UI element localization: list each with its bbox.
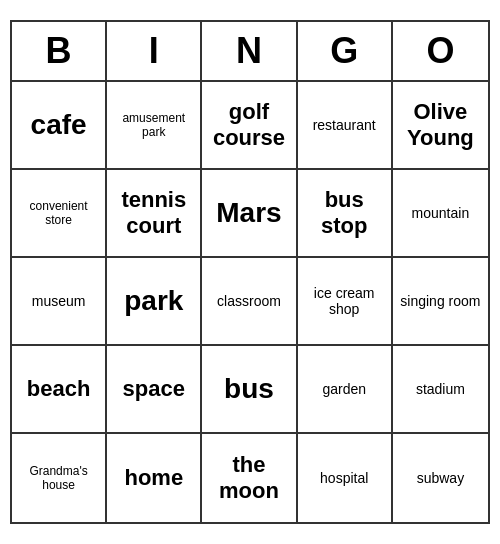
cell-r2-c0: museum xyxy=(12,258,107,346)
bingo-header: BINGO xyxy=(12,22,488,82)
cell-r0-c2: golf course xyxy=(202,82,297,170)
header-letter: B xyxy=(12,22,107,80)
header-letter: G xyxy=(298,22,393,80)
cell-r2-c2: classroom xyxy=(202,258,297,346)
cell-r0-c3: restaurant xyxy=(298,82,393,170)
cell-r3-c3: garden xyxy=(298,346,393,434)
cell-r2-c4: singing room xyxy=(393,258,488,346)
cell-r3-c4: stadium xyxy=(393,346,488,434)
cell-r3-c2: bus xyxy=(202,346,297,434)
cell-r2-c1: park xyxy=(107,258,202,346)
cell-r4-c0: Grandma's house xyxy=(12,434,107,522)
cell-r1-c2: Mars xyxy=(202,170,297,258)
cell-r0-c1: amusement park xyxy=(107,82,202,170)
cell-r0-c0: cafe xyxy=(12,82,107,170)
header-letter: N xyxy=(202,22,297,80)
cell-r1-c3: bus stop xyxy=(298,170,393,258)
cell-r4-c1: home xyxy=(107,434,202,522)
cell-r4-c3: hospital xyxy=(298,434,393,522)
cell-r1-c1: tennis court xyxy=(107,170,202,258)
cell-r0-c4: Olive Young xyxy=(393,82,488,170)
bingo-card: BINGO cafeamusement parkgolf courseresta… xyxy=(10,20,490,524)
cell-r2-c3: ice cream shop xyxy=(298,258,393,346)
cell-r1-c0: convenient store xyxy=(12,170,107,258)
cell-r4-c4: subway xyxy=(393,434,488,522)
cell-r1-c4: mountain xyxy=(393,170,488,258)
cell-r3-c0: beach xyxy=(12,346,107,434)
header-letter: I xyxy=(107,22,202,80)
header-letter: O xyxy=(393,22,488,80)
cell-r3-c1: space xyxy=(107,346,202,434)
cell-r4-c2: the moon xyxy=(202,434,297,522)
bingo-grid: cafeamusement parkgolf courserestaurantO… xyxy=(12,82,488,522)
